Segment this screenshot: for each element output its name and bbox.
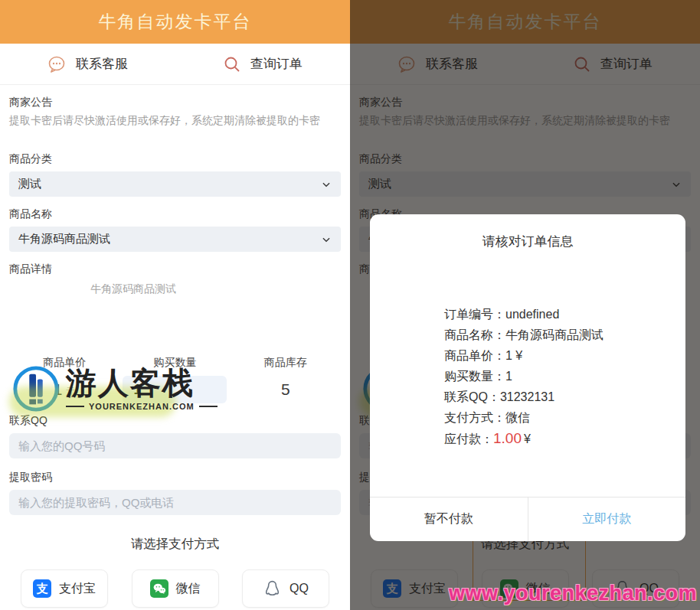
logo-subtext: YOURENKEZHAN.COM — [66, 402, 218, 411]
chat-bubble-icon — [47, 54, 67, 74]
stock-column: 商品库存 5 — [231, 356, 341, 403]
logo-dash — [199, 406, 218, 407]
order-qq-value: 31232131 — [500, 390, 554, 403]
toolbar: 联系客服 查询订单 — [0, 44, 350, 85]
order-number-value: undefined — [505, 308, 559, 321]
product-details-text: 牛角源码商品测试 — [90, 282, 341, 296]
order-pay-method-label: 支付方式： — [444, 411, 505, 424]
wechat-icon — [150, 579, 168, 598]
screenshot-stage: 牛角自动发卡平台 联系客服 查询订单 — [0, 0, 700, 610]
qq-penguin-icon — [263, 579, 282, 599]
contact-support-label: 联系客服 — [76, 55, 128, 73]
notice-text: 提取卡密后请尽快激活使用或保存好，系统定期清除被提取的卡密 — [9, 114, 341, 127]
logo-text: 游人客栈 — [66, 367, 218, 400]
amount-due-value: 1.00 — [493, 430, 522, 446]
payment-title: 请选择支付方式 — [9, 536, 341, 553]
qq-input[interactable] — [9, 433, 341, 458]
order-row-amount-due: 应付款：1.00¥ — [444, 428, 685, 449]
logo-text-block: 游人客栈 YOURENKEZHAN.COM — [66, 367, 218, 411]
chevron-down-icon — [321, 179, 332, 190]
search-icon — [223, 55, 241, 73]
order-number-label: 订单编号： — [444, 308, 505, 321]
contact-support-button[interactable]: 联系客服 — [0, 54, 175, 74]
confirm-payment-button[interactable]: 立即付款 — [528, 497, 686, 541]
wechat-label: 微信 — [176, 581, 201, 597]
amount-due-currency: ¥ — [524, 432, 531, 445]
order-product-label: 商品名称： — [444, 328, 505, 341]
alipay-button[interactable]: 支 支付宝 — [21, 569, 108, 608]
order-row-product: 商品名称：牛角源码商品测试 — [444, 325, 685, 345]
notice-label: 商家公告 — [9, 96, 341, 109]
details-label: 商品详情 — [9, 263, 341, 276]
product-name-label: 商品名称 — [9, 207, 341, 221]
order-row-qq: 联系QQ：31232131 — [444, 387, 685, 407]
order-confirm-modal: 请核对订单信息 订单编号：undefined 商品名称：牛角源码商品测试 商品单… — [370, 214, 685, 541]
qq-pay-button[interactable]: QQ — [242, 569, 329, 608]
order-qq-label: 联系QQ： — [444, 390, 500, 403]
category-label: 商品分类 — [9, 152, 341, 166]
stock-value: 5 — [231, 380, 341, 399]
app-header: 牛角自动发卡平台 — [0, 0, 350, 44]
category-select[interactable]: 测试 — [9, 171, 341, 197]
product-selected-value: 牛角源码商品测试 — [18, 232, 110, 246]
order-quantity-value: 1 — [505, 370, 512, 383]
site-url-watermark: www.yourenkezhan.com — [449, 582, 697, 605]
amount-due-label: 应付款： — [444, 432, 493, 445]
cancel-payment-button[interactable]: 暂不付款 — [370, 497, 528, 541]
yourenkezhan-logo: 游人客栈 YOURENKEZHAN.COM — [12, 365, 218, 413]
order-pay-method-value: 微信 — [505, 411, 530, 424]
logo-site-label: YOURENKEZHAN.COM — [89, 402, 195, 411]
main-content: 商家公告 提取卡密后请尽快激活使用或保存好，系统定期清除被提取的卡密 商品分类 … — [0, 96, 350, 608]
order-row-number: 订单编号：undefined — [444, 304, 685, 325]
query-order-button[interactable]: 查询订单 — [175, 55, 351, 73]
query-order-label: 查询订单 — [250, 55, 303, 73]
qq-pay-label: QQ — [289, 582, 309, 595]
order-unit-price-value: 1 ¥ — [505, 349, 522, 362]
wechat-button[interactable]: 微信 — [132, 569, 219, 608]
extract-password-label: 提取密码 — [9, 471, 341, 484]
password-input[interactable] — [9, 490, 341, 515]
order-product-value: 牛角源码商品测试 — [505, 328, 604, 341]
chevron-down-icon — [321, 234, 332, 245]
order-row-pay-method: 支付方式：微信 — [444, 407, 685, 428]
modal-footer: 暂不付款 立即付款 — [370, 497, 685, 541]
product-select[interactable]: 牛角源码商品测试 — [9, 227, 341, 252]
order-unit-price-label: 商品单价： — [444, 349, 505, 362]
order-row-quantity: 购买数量：1 — [444, 366, 685, 387]
order-row-unit-price: 商品单价：1 ¥ — [444, 345, 685, 366]
storefront-page: 牛角自动发卡平台 联系客服 查询订单 — [0, 0, 350, 610]
category-selected-value: 测试 — [18, 177, 41, 191]
page-dimmed-view: 牛角自动发卡平台 联系客服 查询订单 — [350, 0, 700, 610]
page-normal-view: 牛角自动发卡平台 联系客服 查询订单 — [0, 0, 350, 610]
logo-dash — [66, 406, 84, 407]
stock-label: 商品库存 — [231, 356, 341, 370]
alipay-icon: 支 — [33, 579, 51, 598]
order-quantity-label: 购买数量： — [444, 370, 505, 383]
order-info: 订单编号：undefined 商品名称：牛角源码商品测试 商品单价：1 ¥ 购买… — [444, 304, 685, 449]
payment-methods: 支 支付宝 — [9, 569, 341, 608]
modal-title: 请核对订单信息 — [370, 233, 685, 250]
alipay-label: 支付宝 — [59, 581, 96, 597]
page-title: 牛角自动发卡平台 — [99, 10, 252, 34]
